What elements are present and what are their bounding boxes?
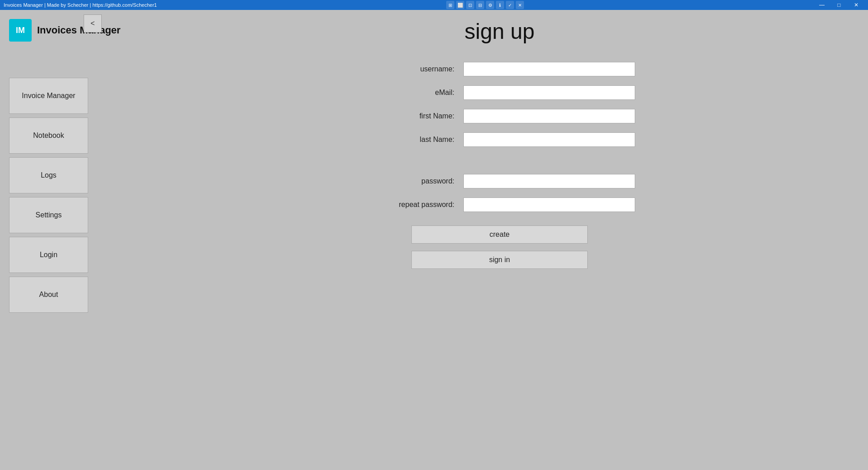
title-bar: Invoices Manager | Made by Schecher | ht… xyxy=(0,0,868,10)
page-title: sign up xyxy=(465,19,535,44)
sidebar-item-login[interactable]: Login xyxy=(9,237,88,273)
toolbar-icon-3: ⊡ xyxy=(466,1,474,9)
sidebar-item-settings[interactable]: Settings xyxy=(9,197,88,233)
username-row: username: xyxy=(364,62,635,76)
password-row: password: xyxy=(364,174,635,188)
sidebar-item-login-label: Login xyxy=(40,251,57,259)
password-label: password: xyxy=(364,177,454,185)
sidebar-item-about[interactable]: About xyxy=(9,277,88,313)
title-bar-icons: ⊞ ⬜ ⊡ ⊟ ⚙ ℹ ✓ ✕ xyxy=(446,1,524,9)
form-spacer xyxy=(364,156,635,165)
toolbar-icon-5: ⚙ xyxy=(486,1,494,9)
sidebar: IM Invoices Manager Invoice Manager Note… xyxy=(0,10,131,470)
sidebar-item-logs-label: Logs xyxy=(41,171,57,179)
username-input[interactable] xyxy=(463,62,635,76)
signup-form: username: eMail: first Name: last Name: … xyxy=(364,62,635,212)
repeat-password-input[interactable] xyxy=(463,197,635,212)
title-bar-left: Invoices Manager | Made by Schecher | ht… xyxy=(4,2,157,8)
email-input[interactable] xyxy=(463,85,635,100)
email-label: eMail: xyxy=(364,89,454,97)
logo-area: IM Invoices Manager xyxy=(9,19,121,42)
email-row: eMail: xyxy=(364,85,635,100)
repeat-password-label: repeat password: xyxy=(364,201,454,209)
toolbar-icon-4: ⊟ xyxy=(476,1,484,9)
maximize-button[interactable]: □ xyxy=(831,0,847,10)
back-button[interactable]: < xyxy=(84,14,102,33)
toolbar-icon-8: ✕ xyxy=(516,1,524,9)
create-button[interactable]: create xyxy=(411,226,588,244)
lastname-input[interactable] xyxy=(463,132,635,147)
toolbar-icon-2: ⬜ xyxy=(456,1,464,9)
repeat-password-row: repeat password: xyxy=(364,197,635,212)
sidebar-item-invoice-manager-label: Invoice Manager xyxy=(22,92,75,100)
sidebar-item-notebook[interactable]: Notebook xyxy=(9,118,88,154)
sidebar-item-logs[interactable]: Logs xyxy=(9,157,88,193)
main-container: < IM Invoices Manager Invoice Manager No… xyxy=(0,10,868,470)
title-bar-controls: — □ ✕ xyxy=(814,0,864,10)
title-bar-title: Invoices Manager | Made by Schecher | ht… xyxy=(4,2,157,8)
minimize-button[interactable]: — xyxy=(814,0,830,10)
lastname-label: last Name: xyxy=(364,136,454,144)
firstname-row: first Name: xyxy=(364,109,635,123)
sidebar-item-notebook-label: Notebook xyxy=(33,132,64,140)
toolbar-icon-7: ✓ xyxy=(506,1,514,9)
toolbar-icon-6: ℹ xyxy=(496,1,504,9)
close-button[interactable]: ✕ xyxy=(848,0,864,10)
logo-initials: IM xyxy=(16,26,25,35)
toolbar-icon-1: ⊞ xyxy=(446,1,454,9)
sidebar-item-invoice-manager[interactable]: Invoice Manager xyxy=(9,78,88,114)
username-label: username: xyxy=(364,65,454,73)
main-content: sign up username: eMail: first Name: las… xyxy=(131,10,868,470)
sign-in-button[interactable]: sign in xyxy=(411,251,588,269)
button-row: create sign in xyxy=(411,226,588,269)
sidebar-item-about-label: About xyxy=(39,291,58,299)
logo-text: Invoices Manager xyxy=(37,24,121,36)
logo-box: IM xyxy=(9,19,32,42)
lastname-row: last Name: xyxy=(364,132,635,147)
password-input[interactable] xyxy=(463,174,635,188)
firstname-input[interactable] xyxy=(463,109,635,123)
sidebar-item-settings-label: Settings xyxy=(36,211,62,219)
firstname-label: first Name: xyxy=(364,112,454,120)
